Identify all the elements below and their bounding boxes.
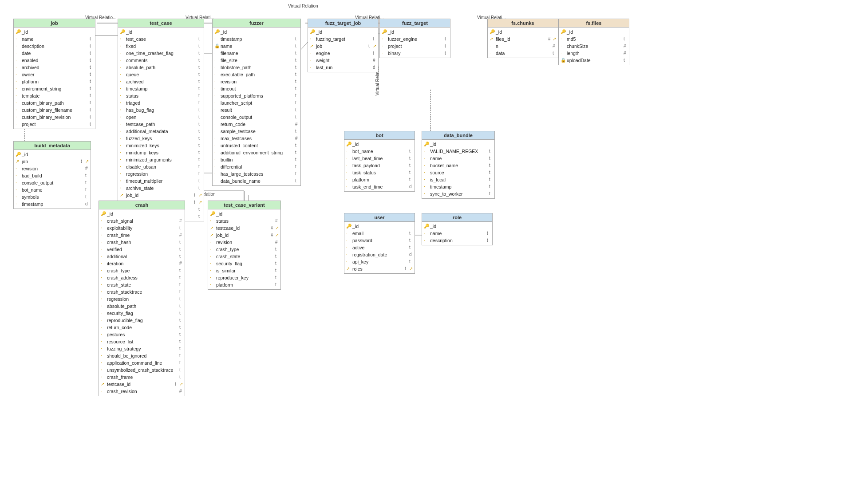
field-type: t [275, 246, 279, 252]
field-name: _id [126, 29, 202, 35]
empty-icon: · [214, 93, 220, 99]
table-row: 🔑_id [488, 28, 558, 35]
field-name: _id [496, 29, 556, 35]
empty-icon: · [214, 135, 220, 142]
field-name: custom_binary_path [22, 100, 88, 106]
empty-icon: · [120, 171, 125, 177]
table-row: ·has_bug_flagt [118, 106, 204, 114]
field-type: t [179, 225, 183, 231]
field-name: name [430, 155, 487, 161]
field-type: # [85, 165, 89, 172]
table-row: ·queuet [118, 71, 204, 78]
empty-icon: · [16, 114, 21, 120]
field-name: supported_platforms [221, 93, 293, 99]
empty-icon: · [346, 169, 351, 176]
empty-icon: · [101, 317, 106, 323]
empty-icon: · [120, 86, 125, 92]
field-name: last_beat_time [352, 155, 407, 161]
table-row: ·security_flagt [208, 260, 280, 267]
field-type: t [295, 36, 299, 42]
field-type: t [179, 239, 183, 245]
empty-icon: · [310, 64, 315, 71]
table-row: ·minimized_keyst [118, 142, 204, 149]
table-row: ·datat [488, 50, 558, 57]
table-row: ·minimized_argumentst [118, 156, 204, 163]
empty-icon: · [214, 121, 220, 127]
empty-icon: · [346, 155, 351, 161]
field-name: bot_name [22, 187, 83, 193]
table-row: ↗testcase_id#↗ [208, 224, 280, 232]
field-type: t [295, 157, 299, 163]
empty-icon: · [101, 282, 106, 288]
field-type: t [179, 317, 183, 323]
field-type: t [409, 230, 413, 236]
field-name: result [221, 107, 293, 113]
table-test_case: test_case🔑_id·test_caset·fixedt·one_time… [118, 19, 204, 221]
field-type: t [409, 155, 413, 161]
table-header-data_bundle: data_bundle [422, 131, 494, 140]
fk-icon: ↗ [490, 36, 495, 42]
field-name: environment_string [22, 86, 88, 92]
table-row: ·crash_revision# [99, 388, 185, 395]
table-row: ·data_bundle_namet [213, 177, 300, 185]
field-type: # [179, 232, 183, 238]
field-type: t [179, 367, 183, 373]
empty-icon: · [214, 50, 220, 56]
table-row: ·task_statust [344, 169, 415, 176]
field-name: _id [221, 29, 299, 35]
field-type: t [409, 259, 413, 265]
field-name: has_large_testcases [221, 171, 293, 177]
table-row: ·is_localt [422, 176, 494, 183]
field-name: uploadDate [567, 57, 622, 63]
field-name: additional [107, 253, 178, 260]
table-row: ·passwordt [344, 237, 415, 244]
field-arrow: ↗ [198, 199, 202, 205]
table-row: 🔑_id [559, 28, 629, 35]
field-name: job_id [126, 192, 192, 198]
table-row: 🔑_id [344, 141, 415, 148]
empty-icon: · [120, 114, 125, 120]
table-row: ·security_flagt [99, 310, 185, 317]
field-type: t [198, 171, 202, 177]
field-name: console_output [221, 114, 293, 120]
field-name: date [22, 50, 88, 56]
field-name: console_output [22, 180, 83, 186]
table-row: ·statust [118, 92, 204, 99]
field-name: revision [221, 79, 293, 85]
table-row: ·regressiont [118, 170, 204, 177]
field-type: t [81, 158, 84, 165]
field-type: t [179, 331, 183, 338]
table-row: ·bot_namet [14, 186, 91, 193]
table-test_case_variant: test_case_variant🔑_id·status#↗testcase_i… [208, 201, 281, 290]
table-header-bot: bot [344, 131, 415, 140]
field-type: t [90, 86, 93, 92]
table-row: ·task_end_timed [344, 183, 415, 190]
table-row: 🔑_id [308, 28, 378, 35]
field-name: api_key [352, 259, 407, 265]
empty-icon: · [382, 50, 387, 56]
field-type: t [179, 324, 183, 331]
table-row: ·chunkSize# [559, 43, 629, 50]
field-name: triaged [126, 100, 197, 106]
empty-icon: · [101, 360, 106, 366]
table-row: ·resultt [213, 106, 300, 114]
field-name: absolute_path [126, 64, 197, 71]
empty-icon: · [16, 93, 21, 99]
table-row: ·exploitabilityt [99, 224, 185, 232]
field-name: bad_build [22, 173, 83, 179]
empty-icon: · [101, 388, 106, 394]
field-type: t [445, 43, 448, 49]
empty-icon: · [16, 187, 21, 193]
table-row: ·timeoutt [213, 85, 300, 92]
key-icon: 🔑 [346, 141, 351, 147]
field-name: status [126, 93, 197, 99]
key-icon: 🔑 [120, 29, 125, 35]
empty-icon: · [210, 260, 215, 267]
field-name: enabled [22, 57, 88, 63]
table-row: ·datet [14, 50, 95, 57]
field-name: fixed [126, 43, 197, 49]
empty-icon: · [101, 239, 106, 245]
field-name: gestures [107, 331, 178, 338]
field-type: t [295, 178, 299, 184]
empty-icon: · [120, 36, 125, 42]
